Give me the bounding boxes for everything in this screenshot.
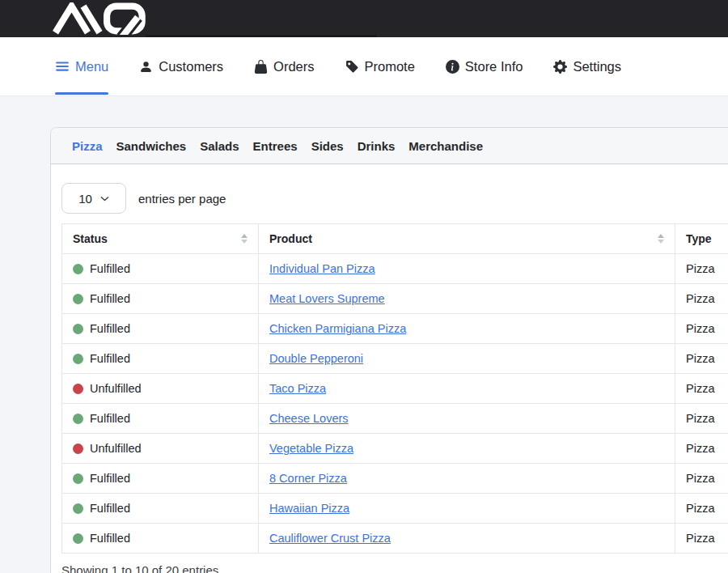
sort-icon[interactable] (658, 234, 664, 244)
status-dot (73, 533, 83, 544)
nav-item-label: Menu (75, 59, 108, 74)
table-row: Fulfilled 8 Corner Pizza Pizza (62, 464, 728, 494)
nav-item-label: Customers (159, 59, 223, 74)
type-value: Pizza (686, 292, 714, 305)
active-nav-indicator (55, 92, 108, 95)
nav-item-store-info[interactable]: Store Info (446, 37, 523, 96)
main-navigation: Menu Customers Orders Promote Sto (0, 37, 728, 96)
product-link[interactable]: Hawaiian Pizza (269, 502, 349, 515)
topbar (0, 0, 728, 37)
table-row: Fulfilled Chicken Parmigiana Pizza Pizza (62, 314, 728, 344)
nav-item-label: Settings (573, 59, 621, 74)
brand-logo-icon (52, 2, 147, 35)
products-table: Status Product (61, 223, 728, 554)
page-size-row: 10 entries per page (61, 183, 728, 214)
status-dot (73, 503, 83, 514)
page-size-value: 10 (78, 192, 92, 206)
status-label: Fulfilled (90, 532, 130, 545)
status-label: Fulfilled (90, 322, 130, 335)
product-link[interactable]: Cauliflower Crust Pizza (269, 532, 391, 545)
info-circle-icon (446, 60, 459, 74)
table-row: Fulfilled Cheese Lovers Pizza (62, 404, 728, 434)
column-header-status[interactable]: Status (62, 224, 259, 254)
product-link[interactable]: Chicken Parmigiana Pizza (269, 322, 406, 335)
status-dot (73, 324, 83, 334)
type-value: Pizza (686, 412, 714, 425)
gear-icon (553, 60, 567, 74)
product-link[interactable]: Individual Pan Pizza (269, 262, 375, 275)
person-icon (139, 60, 153, 74)
nav-item-customers[interactable]: Customers (139, 37, 223, 96)
product-link[interactable]: Meat Lovers Supreme (269, 292, 385, 305)
menu-card: Pizza Sandwiches Salads Entrees Sides Dr… (50, 127, 728, 573)
app-window: Menu Customers Orders Promote Sto (0, 0, 728, 573)
table-header-row: Status Product (62, 224, 728, 254)
chevron-down-icon (100, 194, 109, 203)
status-label: Unfulfilled (90, 442, 142, 455)
status-dot (73, 354, 83, 364)
tab-merchandise[interactable]: Merchandise (408, 139, 483, 153)
column-label: Status (73, 232, 108, 245)
status-dot (73, 414, 83, 424)
page-size-select[interactable]: 10 (61, 183, 126, 214)
table-row: Unfulfilled Taco Pizza Pizza (62, 374, 728, 404)
tab-drinks[interactable]: Drinks (358, 139, 396, 153)
bag-icon (254, 60, 268, 74)
table-row: Fulfilled Hawaiian Pizza Pizza (62, 494, 728, 524)
status-dot (73, 444, 83, 454)
tab-sandwiches[interactable]: Sandwiches (116, 139, 187, 153)
nav-item-menu[interactable]: Menu (55, 37, 108, 96)
product-link[interactable]: Double Pepperoni (269, 352, 363, 365)
main-content: Pizza Sandwiches Salads Entrees Sides Dr… (0, 127, 728, 573)
tab-salads[interactable]: Salads (200, 139, 239, 153)
product-link[interactable]: Vegetable Pizza (269, 442, 353, 455)
status-label: Unfulfilled (90, 382, 142, 395)
status-dot (73, 384, 83, 394)
nav-item-settings[interactable]: Settings (553, 37, 621, 96)
type-value: Pizza (686, 352, 714, 365)
table-summary: Showing 1 to 10 of 20 entries (61, 563, 728, 573)
status-label: Fulfilled (90, 262, 130, 275)
tab-sides[interactable]: Sides (311, 139, 344, 153)
table-row: Fulfilled Meat Lovers Supreme Pizza (62, 284, 728, 314)
tab-pizza[interactable]: Pizza (72, 139, 103, 153)
product-link[interactable]: 8 Corner Pizza (269, 472, 347, 485)
type-value: Pizza (686, 382, 714, 395)
entries-per-page-label: entries per page (138, 192, 226, 206)
product-link[interactable]: Taco Pizza (269, 382, 326, 395)
table-row: Fulfilled Double Pepperoni Pizza (62, 344, 728, 374)
table-row: Fulfilled Cauliflower Crust Pizza Pizza (62, 524, 728, 554)
tab-entrees[interactable]: Entrees (253, 139, 298, 153)
category-tabs: Pizza Sandwiches Salads Entrees Sides Dr… (51, 128, 728, 164)
table-row: Unfulfilled Vegetable Pizza Pizza (62, 434, 728, 464)
type-value: Pizza (686, 502, 714, 515)
status-label: Fulfilled (90, 502, 130, 515)
tag-icon (345, 60, 359, 74)
type-value: Pizza (686, 262, 714, 275)
type-value: Pizza (686, 532, 714, 545)
column-label: Type (686, 232, 712, 245)
column-label: Product (269, 232, 312, 245)
column-header-product[interactable]: Product (259, 224, 675, 254)
nav-item-orders[interactable]: Orders (254, 37, 314, 96)
hamburger-icon (55, 59, 70, 74)
nav-item-label: Store Info (465, 59, 523, 74)
table-row: Fulfilled Individual Pan Pizza Pizza (62, 254, 728, 284)
nav-item-label: Promote (365, 59, 415, 74)
column-header-type[interactable]: Type (675, 224, 728, 254)
card-body: 10 entries per page Status (51, 164, 728, 573)
type-value: Pizza (686, 322, 714, 335)
status-label: Fulfilled (90, 292, 130, 305)
type-value: Pizza (686, 442, 714, 455)
sort-icon[interactable] (241, 234, 248, 244)
status-dot (73, 264, 83, 274)
nav-item-label: Orders (273, 59, 314, 74)
status-dot (73, 294, 83, 304)
status-label: Fulfilled (90, 352, 130, 365)
nav-item-promote[interactable]: Promote (345, 37, 415, 96)
status-label: Fulfilled (90, 472, 130, 485)
status-label: Fulfilled (90, 412, 130, 425)
product-link[interactable]: Cheese Lovers (269, 412, 349, 425)
type-value: Pizza (686, 472, 714, 485)
status-dot (73, 473, 83, 484)
